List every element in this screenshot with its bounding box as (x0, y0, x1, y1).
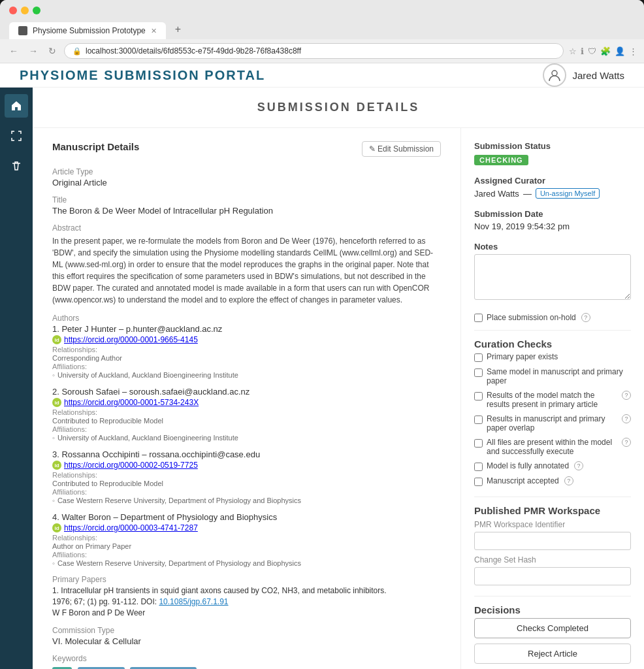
browser-window: Physiome Submission Prototype ✕ + ← → ↻ … (0, 0, 644, 669)
decisions-section: Decisions Checks Completed Reject Articl… (474, 604, 631, 664)
author-2-rel-label: Relationships: (52, 408, 441, 416)
orcid-icon-1: id (52, 335, 61, 344)
author-2-affiliation: ◦University of Auckland, Auckland Bioeng… (52, 434, 441, 442)
accepted-help-icon[interactable]: ? (564, 476, 573, 485)
extension-icon[interactable]: 🧩 (600, 46, 611, 56)
separator (474, 596, 631, 596)
author-3-orcid-link[interactable]: https://orcid.org/0000-0002-0519-7725 (64, 461, 198, 470)
authors-section: Authors 1. Peter J Hunter – p.hunter@auc… (52, 314, 441, 567)
check-files-present: All files are present within the model a… (474, 438, 631, 456)
check-annotated: Model is fully annotated ? (474, 461, 631, 471)
menu-icon[interactable]: ⋮ (629, 46, 637, 56)
title-value: The Boron & De Weer Model of Intracellul… (52, 206, 441, 216)
manuscript-section-title: Manuscript Details (52, 141, 139, 152)
author-1-orcid: id https://orcid.org/0000-0001-9665-4145 (52, 335, 441, 344)
check-results-overlap: Results in manuscript and primary paper … (474, 414, 631, 432)
author-1-orcid-link[interactable]: https://orcid.org/0000-0001-9665-4145 (64, 335, 198, 344)
check-primary-paper-input[interactable] (474, 353, 483, 362)
annotated-help-icon[interactable]: ? (574, 461, 583, 470)
results-overlap-help-icon[interactable]: ? (622, 414, 631, 423)
svg-point-0 (552, 71, 557, 76)
check-accepted: Manuscript accepted ? (474, 476, 631, 486)
on-hold-checkbox[interactable] (474, 314, 483, 322)
author-3-affiliation: ◦Case Western Reserve University, Depart… (52, 497, 441, 504)
minimize-dot[interactable] (21, 7, 29, 14)
author-1-name: 1. Peter J Hunter – p.hunter@auckland.ac… (52, 324, 441, 334)
notes-label: Notes (474, 242, 631, 252)
check-annotated-label: Model is fully annotated (487, 461, 569, 470)
main-content: SUBMISSION DETAILS Manuscript Details ✎ … (33, 88, 644, 669)
author-3-name: 3. Rossanna Occhipinti – rossana.occhipi… (52, 449, 441, 459)
page-title: SUBMISSION DETAILS (33, 88, 644, 128)
curator-separator: — (523, 189, 532, 199)
commission-type-value: VI. Molecular & Cellular (52, 636, 441, 646)
notes-section: Notes (474, 242, 631, 302)
sidebar-trash-icon[interactable] (5, 154, 28, 178)
check-same-model: Same model in manuscript and primary pap… (474, 367, 631, 385)
on-hold-help-icon[interactable]: ? (581, 313, 590, 322)
orcid-icon-4: id (52, 523, 61, 532)
abstract-label: Abstract (52, 223, 441, 233)
author-item: 2. Soroush Safaei – soroush.safaei@auckl… (52, 387, 441, 442)
back-button[interactable]: ← (7, 44, 21, 57)
separator (474, 330, 631, 331)
curator-name: Jared Watts (474, 189, 519, 199)
profile-icon[interactable]: 👤 (615, 46, 625, 56)
date-label: Submission Date (474, 209, 631, 219)
pmr-identifier-input[interactable] (474, 532, 631, 550)
author-1-relationship: Corresponding Author (52, 354, 441, 362)
status-badge: CHECKING (474, 155, 528, 165)
info-icon[interactable]: ℹ (581, 46, 584, 56)
author-2-orcid-link[interactable]: https://orcid.org/0000-0001-5734-243X (64, 398, 199, 407)
check-files-present-input[interactable] (474, 439, 483, 448)
user-info: Jared Watts (543, 63, 624, 87)
new-tab-button[interactable]: + (169, 20, 187, 39)
notes-textarea[interactable] (474, 254, 631, 300)
checks-completed-button[interactable]: Checks Completed (474, 618, 631, 638)
author-3-aff-label: Affiliations: (52, 488, 441, 496)
check-results-match-input[interactable] (474, 392, 483, 400)
pmr-section: Published PMR Workspace PMR Workspace Id… (474, 505, 631, 585)
maximize-dot[interactable] (33, 7, 40, 14)
shield-icon[interactable]: 🛡 (588, 46, 596, 56)
files-present-help-icon[interactable]: ? (622, 438, 631, 447)
change-set-input[interactable] (474, 567, 631, 585)
author-4-orcid-link[interactable]: https://orcid.org/0000-0003-4741-7287 (64, 523, 198, 532)
user-name: Jared Watts (573, 70, 624, 81)
tab-title: Physiome Submission Prototype (33, 26, 146, 35)
lock-icon: 🔒 (72, 47, 82, 56)
on-hold-row: Place submission on-hold ? (474, 313, 631, 322)
check-results-overlap-input[interactable] (474, 416, 483, 424)
doi-link[interactable]: 10.1085/jgp.67.1.91 (159, 597, 228, 606)
reject-article-button[interactable]: Reject Article (474, 644, 631, 664)
edit-submission-button[interactable]: ✎ Edit Submission (362, 141, 441, 157)
star-icon[interactable]: ☆ (569, 46, 577, 56)
author-2-orcid: id https://orcid.org/0000-0001-5734-243X (52, 398, 441, 407)
sidebar-expand-icon[interactable] (5, 124, 28, 148)
sidebar-home-icon[interactable] (5, 94, 28, 118)
author-1-affiliation: ◦University of Auckland, Auckland Bioeng… (52, 371, 441, 379)
author-4-aff-label: Affiliations: (52, 551, 441, 559)
close-dot[interactable] (9, 7, 17, 14)
author-4-orcid: id https://orcid.org/0000-0003-4741-7287 (52, 523, 441, 532)
abstract-section: Abstract In the present paper, we re-for… (52, 223, 441, 306)
browser-toolbar-icons: ☆ ℹ 🛡 🧩 👤 ⋮ (569, 46, 637, 56)
address-bar[interactable]: 🔒 localhost:3000/details/6fd8553c-e75f-4… (64, 43, 564, 59)
unassign-button[interactable]: Un-assign Myself (536, 188, 600, 199)
author-3-rel-label: Relationships: (52, 471, 441, 479)
author-1-aff-label: Affiliations: (52, 363, 441, 370)
author-4-rel-label: Relationships: (52, 534, 441, 542)
status-label: Submission Status (474, 141, 631, 151)
abstract-text: In the present paper, we re-formulate th… (52, 235, 441, 306)
on-hold-label: Place submission on-hold (487, 313, 576, 322)
active-tab[interactable]: Physiome Submission Prototype ✕ (9, 22, 166, 39)
check-annotated-input[interactable] (474, 463, 483, 471)
check-same-model-input[interactable] (474, 368, 483, 377)
date-section: Submission Date Nov 19, 2019 9:54:32 pm (474, 209, 631, 231)
article-type-label: Article Type (52, 167, 441, 176)
reload-button[interactable]: ↻ (46, 44, 59, 57)
tab-close-button[interactable]: ✕ (151, 27, 157, 35)
forward-button[interactable]: → (26, 44, 40, 57)
results-match-help-icon[interactable]: ? (622, 391, 631, 400)
check-accepted-input[interactable] (474, 478, 483, 486)
